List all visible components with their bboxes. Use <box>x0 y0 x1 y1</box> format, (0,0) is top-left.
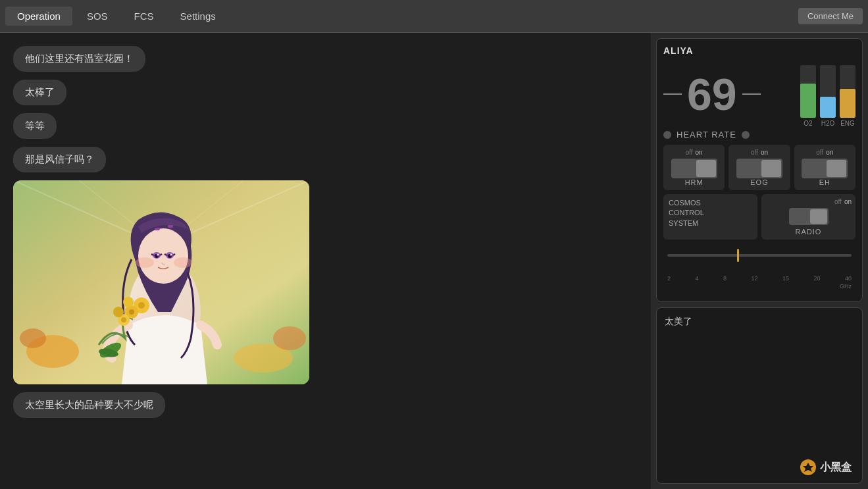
vitals-bars: O2 H2O ENG <box>800 61 855 127</box>
bar-h2o-label: H2O <box>821 120 835 127</box>
freq-label-4: 4 <box>695 275 698 282</box>
chat-message-5: 太空里长大的品种要大不少呢 <box>13 392 165 418</box>
freq-marker <box>737 249 739 262</box>
eh-knob <box>827 160 846 177</box>
hr-dot-right <box>742 131 750 139</box>
toggle-eh: off on EH <box>794 145 855 190</box>
toggle-eh-row: off on <box>816 149 833 156</box>
tab-operation[interactable]: Operation <box>5 7 72 26</box>
top-navigation: Operation SOS FCS Settings Connect Me <box>0 0 868 33</box>
chat-message-4: 那是风信子吗？ <box>13 147 106 172</box>
radio-off-label: off <box>834 198 842 205</box>
vitals-header: ALIYA <box>663 45 855 56</box>
cosmos-item: COSMOSCONTROLSYSTEM <box>663 194 757 240</box>
svg-point-24 <box>113 307 124 317</box>
message-text: 太美了 <box>665 316 854 328</box>
freq-labels: 2 4 8 12 15 20 40 <box>667 275 852 282</box>
hrm-knob <box>696 160 716 177</box>
connect-button[interactable]: Connect Me <box>798 8 863 24</box>
bar-h2o: H2O <box>820 65 836 127</box>
cosmos-text: COSMOSCONTROLSYSTEM <box>669 198 752 228</box>
freq-label-12: 12 <box>751 275 757 282</box>
toggle-hrm-row: off on <box>686 149 703 156</box>
tab-sos[interactable]: SOS <box>75 7 120 26</box>
svg-point-8 <box>20 328 46 348</box>
svg-point-7 <box>273 326 306 350</box>
vitals-name: ALIYA <box>663 45 694 56</box>
svg-point-27 <box>129 309 134 315</box>
radio-toggle-row: off on <box>834 198 852 205</box>
chat-message-3: 等等 <box>13 113 57 139</box>
radio-switch[interactable] <box>789 208 829 225</box>
cosmos-radio-row: COSMOSCONTROLSYSTEM off on RADIO <box>663 194 855 240</box>
chat-area: 他们这里还有温室花园！ 太棒了 等等 那是风信子吗？ <box>0 33 651 489</box>
heart-rate-value: 69 <box>687 72 737 116</box>
eog-knob <box>761 160 781 177</box>
freq-label-20: 20 <box>813 275 820 282</box>
tab-settings[interactable]: Settings <box>168 7 228 26</box>
freq-label-2: 2 <box>667 275 671 282</box>
freq-unit: GHz <box>667 283 852 290</box>
watermark-icon <box>800 459 816 475</box>
freq-scale <box>667 254 852 274</box>
toggle-hrm: off on HRM <box>663 145 725 190</box>
svg-rect-11 <box>155 228 160 230</box>
toggles-panel: off on HRM off on <box>663 145 855 190</box>
eog-name: EOG <box>750 178 768 186</box>
watermark-text: 小黑盒 <box>820 461 852 475</box>
svg-rect-12 <box>168 225 173 228</box>
eh-switch[interactable] <box>802 159 848 178</box>
freq-label-8: 8 <box>723 275 727 282</box>
chat-message-2: 太棒了 <box>13 80 66 105</box>
radio-item: off on RADIO <box>761 194 855 240</box>
eh-off-label: off <box>816 149 823 156</box>
hr-dot-left <box>663 131 671 139</box>
svg-point-17 <box>157 254 159 256</box>
radio-label: RADIO <box>796 228 822 236</box>
eog-on-label: on <box>761 149 768 156</box>
frequency-bar: 2 4 8 12 15 20 40 GHz <box>663 244 855 295</box>
svg-point-26 <box>138 302 145 309</box>
eog-switch[interactable] <box>736 159 782 178</box>
vitals-card: ALIYA 69 O2 <box>656 38 863 302</box>
svg-point-28 <box>121 317 126 322</box>
bar-o2-label: O2 <box>804 120 812 127</box>
svg-point-25 <box>123 297 134 307</box>
svg-point-19 <box>136 257 154 268</box>
svg-point-10 <box>138 228 188 284</box>
radio-knob <box>810 209 827 224</box>
bar-eng-label: ENG <box>840 120 855 127</box>
chat-image <box>13 180 309 384</box>
eh-on-label: on <box>826 149 833 156</box>
freq-track <box>667 254 852 257</box>
hrm-off-label: off <box>686 149 693 156</box>
radio-on-label: on <box>844 198 852 205</box>
toggle-eog: off on EOG <box>728 145 790 190</box>
right-panel: ALIYA 69 O2 <box>651 33 868 489</box>
freq-label-40: 40 <box>845 275 852 282</box>
hrm-on-label: on <box>696 149 703 156</box>
main-area: 他们这里还有温室花园！ 太棒了 等等 那是风信子吗？ <box>0 33 868 489</box>
message-panel: 太美了 小黑盒 <box>656 307 863 484</box>
bar-o2: O2 <box>800 65 816 127</box>
eog-off-label: off <box>751 149 758 156</box>
hrm-name: HRM <box>685 178 703 186</box>
freq-label-15: 15 <box>782 275 789 282</box>
hrm-switch[interactable] <box>671 159 717 178</box>
chat-message-1: 他们这里还有温室花园！ <box>13 46 145 72</box>
svg-point-20 <box>174 257 192 268</box>
heart-rate-label: HEART RATE <box>677 130 736 140</box>
tab-fcs[interactable]: FCS <box>122 7 166 26</box>
eh-name: EH <box>819 178 830 186</box>
toggle-eog-row: off on <box>751 149 768 156</box>
watermark: 小黑盒 <box>800 459 852 475</box>
svg-point-18 <box>170 254 172 256</box>
heart-rate-label-row: HEART RATE <box>663 130 855 140</box>
bar-eng: ENG <box>840 65 855 127</box>
